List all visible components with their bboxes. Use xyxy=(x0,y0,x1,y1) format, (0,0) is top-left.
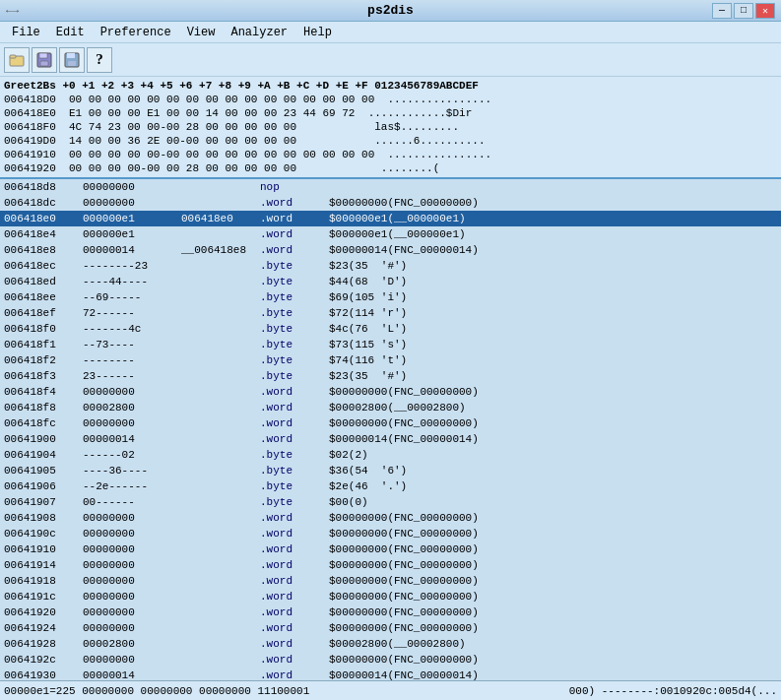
address-cell: 006418ec xyxy=(4,258,83,274)
operand-cell: $00000000(FNC_00000000) xyxy=(329,526,777,541)
table-row[interactable]: 00641920 00000000 .word $00000000(FNC_00… xyxy=(0,605,781,620)
address-cell: 00641905 xyxy=(4,463,83,478)
address-cell: 00641918 xyxy=(4,573,83,589)
table-row[interactable]: 00641910 00000000 .word $00000000(FNC_00… xyxy=(0,541,781,557)
menu-item-preference[interactable]: Preference xyxy=(93,24,179,41)
table-row[interactable]: 006418f3 23------ .byte $23(35 '#') xyxy=(0,368,781,384)
maximize-button[interactable]: □ xyxy=(734,3,753,19)
bytes-cell: 00000000 xyxy=(83,589,181,605)
table-row[interactable]: 00641918 00000000 .word $00000000(FNC_00… xyxy=(0,573,781,589)
svg-rect-4 xyxy=(40,61,48,66)
table-row[interactable]: 006418f8 00002800 .word $00002800(__0000… xyxy=(0,400,781,415)
table-row[interactable]: 006418ec --------23 .byte $23(35 '#') xyxy=(0,258,781,274)
menu-item-help[interactable]: Help xyxy=(295,24,340,41)
hex-row: 00641920 00 00 00 00-00 00 28 00 00 00 0… xyxy=(4,161,777,175)
address-cell: 006418f0 xyxy=(4,321,83,337)
menu-item-view[interactable]: View xyxy=(179,24,224,41)
open-button[interactable] xyxy=(4,47,30,73)
table-row[interactable]: 0064192c 00000000 .word $00000000(FNC_00… xyxy=(0,652,781,668)
address-cell: 006418ed xyxy=(4,274,83,289)
disasm-area[interactable]: 006418d8 00000000 nop 006418dc 00000000 … xyxy=(0,179,781,680)
table-row[interactable]: 006418f2 -------- .byte $74(116 't') xyxy=(0,352,781,368)
hex-row: 006418F0 4C 74 23 00 00-00 28 00 00 00 0… xyxy=(4,120,777,134)
bytes-cell: 00000000 xyxy=(83,620,181,636)
table-row[interactable]: 00641928 00002800 .word $00002800(__0000… xyxy=(0,636,781,652)
table-row[interactable]: 006418f0 -------4c .byte $4c(76 'L') xyxy=(0,321,781,337)
label-cell xyxy=(181,431,260,447)
table-row[interactable]: 006418dc 00000000 .word $00000000(FNC_00… xyxy=(0,195,781,211)
title-center: ps2dis xyxy=(367,3,414,18)
save-button[interactable] xyxy=(32,47,57,73)
mnemonic-cell: .word xyxy=(260,668,329,680)
address-cell: 006418ef xyxy=(4,305,83,321)
bytes-cell: ----44---- xyxy=(83,274,181,289)
table-row[interactable]: 00641904 ------02 .byte $02(2) xyxy=(0,447,781,463)
address-cell: 006418d8 xyxy=(4,179,83,195)
table-row[interactable]: 00641906 --2e------ .byte $2e(46 '.') xyxy=(0,478,781,494)
table-row[interactable]: 006418ef 72------ .byte $72(114 'r') xyxy=(0,305,781,321)
mnemonic-cell: .byte xyxy=(260,494,329,510)
mnemonic-cell: .byte xyxy=(260,447,329,463)
table-row[interactable]: 006418e8 00000014 __006418e8 .word $0000… xyxy=(0,242,781,258)
operand-cell: $00000000(FNC_00000000) xyxy=(329,557,777,573)
bytes-cell: 00002800 xyxy=(83,400,181,415)
svg-rect-6 xyxy=(67,53,75,58)
table-row[interactable]: 006418d8 00000000 nop xyxy=(0,179,781,195)
hex-row: 00641910 00 00 00 00 00-00 00 00 00 00 0… xyxy=(4,148,777,161)
table-row[interactable]: 006418f4 00000000 .word $00000000(FNC_00… xyxy=(0,384,781,400)
operand-cell: $00000000(FNC_00000000) xyxy=(329,384,777,400)
table-row[interactable]: 00641905 ----36---- .byte $36(54 '6') xyxy=(0,463,781,478)
close-button[interactable]: ✕ xyxy=(755,3,775,19)
address-cell: 00641910 xyxy=(4,541,83,557)
menu-item-edit[interactable]: Edit xyxy=(48,24,93,41)
operand-cell: $00000000(FNC_00000000) xyxy=(329,573,777,589)
table-row[interactable]: 006418e0 000000e1 006418e0 .word $000000… xyxy=(0,211,781,226)
bytes-cell: 00002800 xyxy=(83,636,181,652)
operand-cell: $44(68 'D') xyxy=(329,274,777,289)
table-row[interactable]: 00641907 00------ .byte $00(0) xyxy=(0,494,781,510)
table-row[interactable]: 006418e4 000000e1 .word $000000e1(__0000… xyxy=(0,226,781,242)
label-cell xyxy=(181,337,260,352)
table-row[interactable]: 0064190c 00000000 .word $00000000(FNC_00… xyxy=(0,526,781,541)
bytes-cell: 00000000 xyxy=(83,541,181,557)
table-row[interactable]: 006418f1 --73---- .byte $73(115 's') xyxy=(0,337,781,352)
menu-item-file[interactable]: File xyxy=(4,24,48,41)
bytes-cell: 00000000 xyxy=(83,510,181,526)
bytes-cell: --73---- xyxy=(83,337,181,352)
address-cell: 006418f1 xyxy=(4,337,83,352)
bytes-cell: 00000014 xyxy=(83,242,181,258)
operand-cell: $00000000(FNC_00000000) xyxy=(329,589,777,605)
table-row[interactable]: 006418fc 00000000 .word $00000000(FNC_00… xyxy=(0,415,781,431)
menu-item-analyzer[interactable]: Analyzer xyxy=(223,24,295,41)
table-row[interactable]: 00641924 00000000 .word $00000000(FNC_00… xyxy=(0,620,781,636)
table-row[interactable]: 00641914 00000000 .word $00000000(FNC_00… xyxy=(0,557,781,573)
table-row[interactable]: 00641900 00000014 .word $00000014(FNC_00… xyxy=(0,431,781,447)
address-cell: 00641920 xyxy=(4,605,83,620)
bytes-cell: --------23 xyxy=(83,258,181,274)
table-row[interactable]: 0064191c 00000000 .word $00000000(FNC_00… xyxy=(0,589,781,605)
mnemonic-cell: .word xyxy=(260,589,329,605)
bytes-cell: 00000014 xyxy=(83,431,181,447)
operand-cell: $00000000(FNC_00000000) xyxy=(329,415,777,431)
mnemonic-cell: .word xyxy=(260,557,329,573)
table-row[interactable]: 006418ee --69----- .byte $69(105 'i') xyxy=(0,289,781,305)
mnemonic-cell: .word xyxy=(260,636,329,652)
label-cell xyxy=(181,620,260,636)
operand-cell: $4c(76 'L') xyxy=(329,321,777,337)
operand-cell: $72(114 'r') xyxy=(329,305,777,321)
title-left: ←→ xyxy=(6,5,19,17)
mnemonic-cell: .byte xyxy=(260,352,329,368)
mnemonic-cell: .word xyxy=(260,526,329,541)
hex-row: 006419D0 14 00 00 36 2E 00-00 00 00 00 0… xyxy=(4,134,777,148)
help-button[interactable]: ? xyxy=(87,47,112,73)
minimize-button[interactable]: — xyxy=(712,3,732,19)
table-row[interactable]: 006418ed ----44---- .byte $44(68 'D') xyxy=(0,274,781,289)
address-cell: 00641924 xyxy=(4,620,83,636)
hex-area: Greet2Bs +0 +1 +2 +3 +4 +5 +6 +7 +8 +9 +… xyxy=(0,77,781,179)
disk2-button[interactable] xyxy=(59,47,85,73)
table-row[interactable]: 00641930 00000014 .word $00000014(FNC_00… xyxy=(0,668,781,680)
operand-cell: $00000000(FNC_00000000) xyxy=(329,652,777,668)
bytes-cell: 00000000 xyxy=(83,526,181,541)
table-row[interactable]: 00641908 00000000 .word $00000000(FNC_00… xyxy=(0,510,781,526)
bytes-cell: 00000000 xyxy=(83,179,181,195)
